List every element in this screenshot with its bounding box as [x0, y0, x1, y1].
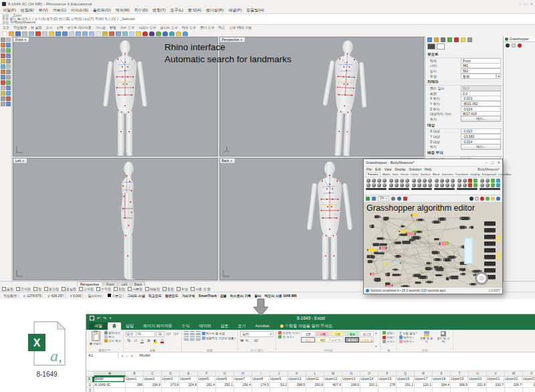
osnap-item[interactable]: 교차점	[79, 287, 94, 291]
cell-W3[interactable]	[505, 388, 523, 392]
cell-K1[interactable]: Upper10	[288, 377, 306, 383]
bold-button[interactable]: 가	[126, 338, 132, 344]
sidebar-tool-icon[interactable]	[1, 43, 5, 47]
gh-group-label-bar[interactable]	[457, 188, 477, 190]
cell-M2[interactable]: 407.6	[324, 383, 342, 389]
preview-green-icon[interactable]	[486, 197, 490, 201]
tab-ribbon[interactable]: 삽입	[121, 322, 138, 330]
rhino-toolbar-tab[interactable]: 커브 도구	[120, 25, 134, 29]
gh-component-icon[interactable]	[366, 183, 370, 187]
cell-H3[interactable]	[234, 388, 252, 392]
osnap-item[interactable]: 사분점	[128, 287, 142, 291]
style-cell[interactable]: 설명 텍스트	[330, 337, 344, 342]
material-tab-icon[interactable]	[454, 37, 459, 42]
grasshopper-dock-tab[interactable]: Grasshopper	[504, 36, 535, 42]
gh-component-icon[interactable]	[457, 183, 461, 187]
rhino-menu-item[interactable]: 편집(E)	[21, 7, 34, 13]
dropdown-arrow-icon[interactable]: ▾	[496, 74, 501, 79]
maximize-icon[interactable]: ▢	[524, 2, 528, 6]
cell-G3[interactable]	[216, 388, 234, 392]
status-item[interactable]: 직교모드	[148, 294, 162, 298]
sidebar-tool-icon[interactable]	[6, 102, 11, 106]
gh-component-icon[interactable]	[412, 179, 416, 183]
cell-C2[interactable]: 334.8	[144, 383, 162, 389]
solver-gray-icon[interactable]	[475, 197, 479, 201]
cell-T2[interactable]: 368.5	[451, 383, 469, 389]
column-header-P[interactable]: P	[379, 371, 397, 377]
status-item[interactable]: 검볼	[220, 294, 227, 298]
formula-input[interactable]: Model	[136, 353, 535, 359]
gh-menu-item[interactable]: View	[385, 167, 392, 171]
number-format-select[interactable]: 일반▾	[240, 331, 274, 337]
rhino-menu-item[interactable]: 치수(D)	[134, 7, 148, 13]
gh-component-icon[interactable]	[372, 179, 376, 183]
gh-component-icon[interactable]	[377, 183, 381, 187]
cell-O3[interactable]	[360, 388, 379, 392]
percent-style-icon[interactable]: %	[245, 338, 248, 342]
column-header-Q[interactable]: Q	[397, 371, 415, 377]
sidebar-tool-icon[interactable]	[1, 86, 5, 90]
rhino-toolbar-tab[interactable]: 변형	[110, 25, 116, 29]
row-header-2[interactable]: 2	[86, 383, 94, 389]
rhino-menu-item[interactable]: 도구(L)	[171, 7, 183, 13]
corner-select-all[interactable]	[86, 371, 94, 377]
cell-R2[interactable]: 120.1	[415, 383, 433, 389]
gh-component-icon[interactable]	[491, 179, 495, 183]
gh-component-icon[interactable]	[395, 183, 399, 187]
tab-ribbon[interactable]: 검토	[216, 322, 233, 330]
gh-component-icon[interactable]	[400, 183, 404, 187]
fill-color-button[interactable]: ◧	[152, 338, 158, 344]
gh-component-icon[interactable]	[377, 179, 381, 183]
gh-component-icon[interactable]	[405, 179, 409, 183]
gh-component-icon[interactable]	[417, 183, 421, 187]
status-item[interactable]: 평면모드	[165, 294, 179, 298]
style-cell[interactable]: 좋음	[345, 331, 359, 336]
format-painter-button[interactable]: 서식 복사	[104, 339, 121, 342]
help-tab-icon[interactable]	[447, 37, 452, 42]
osnap-checkbox[interactable]	[163, 287, 167, 291]
grasshopper-canvas[interactable]: Grasshopper algorithm editor	[364, 203, 502, 287]
osnap-item[interactable]: 점	[33, 287, 41, 291]
cell-O2[interactable]: 320.1	[360, 383, 379, 389]
osnap-checkbox[interactable]	[16, 287, 20, 291]
align-left-icon[interactable]	[184, 336, 189, 340]
sidebar-tool-icon[interactable]	[1, 64, 5, 69]
cell-C3[interactable]	[144, 388, 162, 392]
osnap-item[interactable]: 중간점	[44, 287, 59, 291]
column-header-G[interactable]: G	[216, 371, 234, 377]
gh-tab-params[interactable]: Params	[366, 172, 381, 177]
cell-V1[interactable]: Upper21	[486, 377, 504, 383]
gh-component-icon[interactable]	[389, 183, 393, 187]
sidebar-tool-icon[interactable]	[1, 91, 5, 96]
excel-file-shortcut[interactable]: X a, 8-1649	[19, 321, 75, 378]
place-button[interactable]: 배치...	[461, 116, 501, 122]
cell-H1[interactable]: Upper7	[233, 377, 251, 383]
rhino-menu-item[interactable]: 렌더링(R)	[206, 7, 223, 13]
sidebar-tool-icon[interactable]	[6, 48, 11, 53]
gh-component-icon[interactable]	[428, 183, 432, 187]
cell-A2[interactable]: 8-1649-3C	[94, 383, 126, 389]
gh-component-icon[interactable]	[457, 179, 461, 183]
status-item[interactable]: 거리구속	[182, 294, 195, 298]
gh-component-icon[interactable]	[480, 179, 484, 183]
osnap-item[interactable]: 중심점	[62, 287, 76, 291]
cell-X1[interactable]: Upper23	[522, 377, 535, 383]
tab-ribbon[interactable]: 데이터	[195, 322, 216, 330]
rhino-menu-item[interactable]: 분석(A)	[188, 7, 201, 13]
cell-S1[interactable]: Upper18	[432, 377, 450, 383]
gh-dark-sphere-icon[interactable]	[506, 43, 510, 47]
column-header-F[interactable]: F	[198, 371, 216, 377]
format-as-table-button[interactable]: 표 서식 ▾	[278, 335, 300, 338]
style-cell[interactable]: 보통	[330, 331, 344, 336]
italic-button[interactable]: 가	[132, 338, 138, 344]
gh-group-label-bar[interactable]	[434, 188, 455, 190]
shrink-font-button[interactable]: 가˅	[173, 331, 179, 337]
preview-yellow-icon[interactable]	[491, 197, 495, 201]
gh-component-icon[interactable]	[395, 179, 399, 183]
osnap-item[interactable]: 근처점	[16, 287, 31, 291]
cell-V2[interactable]: 330.7	[487, 383, 505, 389]
gh-component-icon[interactable]	[383, 183, 387, 187]
gh-component-icon[interactable]	[491, 183, 495, 187]
tab-file[interactable]: 파일	[89, 322, 108, 330]
tab-home[interactable]: 홈	[108, 322, 121, 330]
